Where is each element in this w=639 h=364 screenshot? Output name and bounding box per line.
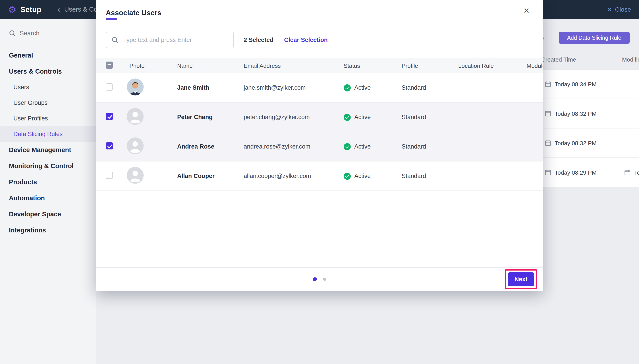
user-row[interactable]: Peter Chang peter.chang@zylker.com Activ…: [96, 102, 543, 132]
created-time-cell: Today 08:34 PM: [545, 81, 596, 88]
column-header-profile: Profile: [402, 62, 458, 69]
app-title: Setup: [20, 5, 42, 14]
user-search-input[interactable]: [122, 36, 228, 44]
calendar-icon: [545, 140, 551, 146]
user-name: Jane Smith: [177, 84, 244, 91]
sidebar-item-general[interactable]: General: [0, 47, 96, 63]
users-table-header: Photo Name Email Address Status Profile …: [96, 58, 543, 73]
created-time-text: Today 08:32 PM: [555, 110, 596, 117]
gear-icon: ⚙: [8, 5, 16, 14]
column-header-created-time: Created Time: [541, 56, 576, 63]
sidebar-item-user-profiles[interactable]: User Profiles: [0, 111, 96, 126]
created-time-text: Today 08:32 PM: [555, 140, 596, 146]
status-label: Active: [354, 84, 371, 91]
page-dot-2[interactable]: [323, 278, 326, 281]
page-dot-1[interactable]: [313, 277, 317, 281]
dialog-toolbar: 2 Selected Clear Selection: [96, 32, 543, 48]
sidebar-item-integrations[interactable]: Integrations: [0, 222, 96, 238]
sidebar-item-monitoring-control[interactable]: Monitoring & Control: [0, 158, 96, 174]
pagination-dots: [313, 277, 326, 281]
dialog-header: Associate Users ✕: [96, 0, 543, 26]
user-status: Active: [344, 114, 402, 121]
user-status: Active: [344, 143, 402, 150]
chevron-left-icon[interactable]: ‹: [57, 5, 60, 14]
column-header-module: Module: [526, 62, 543, 69]
close-label[interactable]: Close: [615, 6, 631, 13]
sidebar: Search General Users & Controls Users Us…: [0, 19, 96, 364]
modified-time-text: Today: [634, 169, 639, 176]
user-placeholder-avatar: [127, 138, 144, 154]
close-page-button[interactable]: ✕ Close: [607, 6, 631, 13]
dialog-title: Associate Users: [106, 9, 161, 17]
calendar-icon: [545, 110, 551, 117]
column-header-status: Status: [344, 62, 402, 69]
calendar-icon: [624, 169, 630, 176]
sidebar-search-label[interactable]: Search: [20, 30, 40, 36]
title-accent-underline: [106, 18, 117, 20]
row-checkbox[interactable]: [106, 172, 113, 179]
user-row[interactable]: Jane Smith jane.smith@zylker.com Active …: [96, 73, 543, 102]
screen: ⚙ Setup ‹ Users & Controls ✕ Close Searc…: [0, 0, 639, 364]
user-email: jane.smith@zylker.com: [244, 84, 344, 91]
user-name: Allan Cooper: [177, 173, 244, 179]
user-placeholder-avatar: [127, 108, 144, 125]
row-checkbox[interactable]: [106, 84, 113, 90]
active-check-icon: [344, 84, 351, 91]
created-time-cell: Today 08:32 PM: [545, 110, 596, 117]
active-check-icon: [344, 143, 351, 150]
sidebar-item-users-controls[interactable]: Users & Controls: [0, 63, 96, 80]
sidebar-item-data-slicing-rules[interactable]: Data Slicing Rules: [0, 126, 96, 142]
status-label: Active: [354, 143, 371, 150]
user-profile: Standard: [402, 114, 458, 120]
sidebar-item-automation[interactable]: Automation: [0, 190, 96, 206]
user-profile: Standard: [402, 143, 458, 150]
user-status: Active: [344, 84, 402, 91]
active-check-icon: [344, 114, 351, 121]
user-email: andrea.rose@zylker.com: [244, 143, 344, 150]
sidebar-item-user-groups[interactable]: User Groups: [0, 95, 96, 111]
column-header-email: Email Address: [244, 62, 344, 69]
created-time-text: Today 08:34 PM: [555, 81, 596, 88]
associate-users-dialog: Associate Users ✕ 2 Selected Clear Selec…: [96, 0, 543, 291]
clear-selection-link[interactable]: Clear Selection: [284, 36, 328, 43]
user-row[interactable]: Andrea Rose andrea.rose@zylker.com Activ…: [96, 132, 543, 162]
user-email: allan.cooper@zylker.com: [244, 173, 344, 179]
annotation-highlight: Next: [505, 269, 537, 289]
add-data-slicing-rule-button[interactable]: Add Data Slicing Rule: [559, 32, 630, 44]
row-checkbox[interactable]: [106, 142, 113, 150]
active-check-icon: [344, 172, 351, 180]
user-name: Peter Chang: [177, 114, 244, 120]
calendar-icon: [545, 169, 551, 176]
user-placeholder-avatar: [127, 167, 144, 184]
user-row[interactable]: Allan Cooper allan.cooper@zylker.com Act…: [96, 162, 543, 191]
column-header-name: Name: [177, 62, 244, 69]
user-email: peter.chang@zylker.com: [244, 114, 344, 120]
close-icon[interactable]: ✕: [607, 6, 612, 13]
dialog-footer: Next: [96, 267, 543, 291]
column-header-location-rule: Location Rule: [458, 62, 526, 69]
user-profile: Standard: [402, 173, 458, 179]
sidebar-item-users[interactable]: Users: [0, 80, 96, 95]
modified-time-cell: Today: [624, 169, 639, 176]
user-status: Active: [344, 172, 402, 180]
column-header-photo: Photo: [130, 62, 177, 69]
select-all-checkbox[interactable]: [106, 61, 113, 68]
search-icon: [9, 30, 16, 36]
user-search-box: [106, 32, 234, 48]
row-checkbox[interactable]: [106, 113, 113, 120]
column-header-modified-time: Modified Time: [622, 56, 639, 63]
created-time-cell: Today 08:29 PM: [545, 169, 596, 176]
next-button[interactable]: Next: [508, 272, 534, 286]
calendar-icon: [545, 81, 551, 87]
sidebar-nav: General Users & Controls Users User Grou…: [0, 47, 96, 238]
user-photo-avatar: [127, 78, 144, 96]
sidebar-item-developer-space[interactable]: Developer Space: [0, 206, 96, 222]
user-name: Andrea Rose: [177, 143, 244, 150]
user-profile: Standard: [402, 84, 458, 91]
sidebar-search[interactable]: Search: [0, 19, 96, 42]
dialog-close-icon[interactable]: ✕: [521, 7, 532, 15]
sidebar-item-device-management[interactable]: Device Management: [0, 142, 96, 158]
created-time-text: Today 08:29 PM: [555, 169, 596, 176]
status-label: Active: [354, 173, 371, 179]
sidebar-item-products[interactable]: Products: [0, 174, 96, 190]
